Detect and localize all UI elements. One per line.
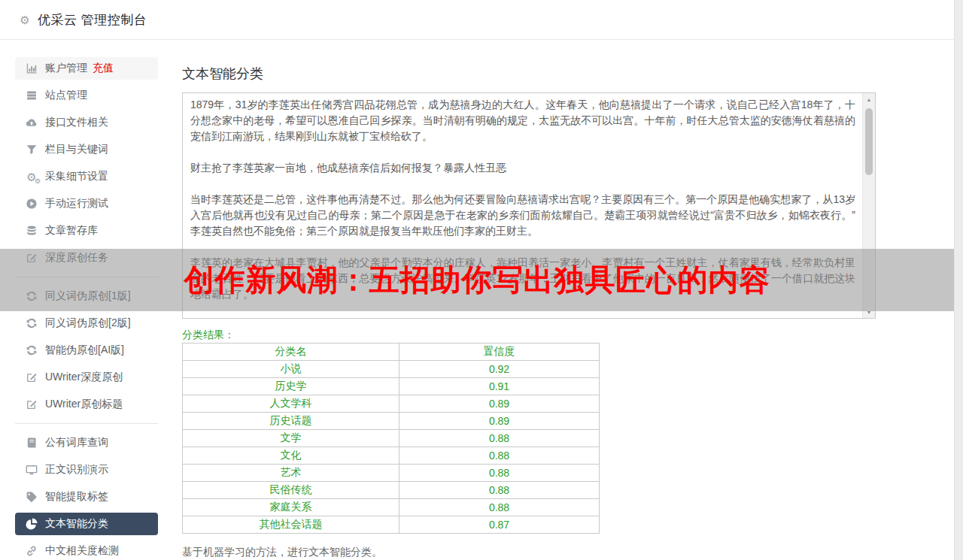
book-icon	[26, 437, 38, 449]
page-scrollbar[interactable]	[954, 0, 963, 560]
confidence-cell: 0.87	[399, 516, 600, 534]
play-circle-icon	[26, 198, 38, 210]
sidebar-item-label: 站点管理	[45, 89, 87, 102]
sidebar-item-public-thesaurus-query[interactable]: 公有词库查询	[15, 431, 158, 454]
table-row: 民俗传统0.88	[183, 482, 600, 499]
app-title: 优采云 管理控制台	[38, 11, 147, 29]
confidence-cell: 0.88	[399, 465, 600, 482]
edit-icon	[26, 398, 38, 410]
confidence-cell: 0.88	[399, 430, 600, 447]
table-row: 人文学科0.89	[183, 395, 600, 413]
filter-icon	[26, 144, 38, 156]
table-row: 其他社会话题0.87	[183, 516, 600, 534]
category-cell: 家庭关系	[183, 499, 399, 516]
textarea-paragraph: 当时李莲英还是二总管，这件事他再清楚不过。那么他为何还要冒险向慈禧请求出宫呢？主…	[190, 192, 855, 239]
app-window: ⚙ 优采云 管理控制台 账户管理充值站点管理接口文件相关栏目与关键词⚙采集细节设…	[0, 0, 963, 560]
sidebar-item-label: 智能伪原创[AI版]	[45, 344, 124, 357]
confidence-cell: 0.88	[399, 447, 600, 465]
sidebar-item-account-management[interactable]: 账户管理充值	[15, 57, 158, 80]
table-header-row: 分类名 置信度	[183, 344, 600, 361]
sidebar-item-synonym-rewrite-v2[interactable]: 同义词伪原创[2版]	[15, 312, 158, 334]
sidebar-item-label: 接口文件相关	[45, 116, 108, 129]
sidebar-item-label: 文章暂存库	[45, 224, 98, 238]
category-cell: 历史学	[183, 378, 399, 395]
refresh-icon	[26, 317, 38, 329]
sidebar-item-label: 智能提取标签	[45, 490, 108, 504]
promo-banner-overlay: 创作新风潮：五招助你写出独具匠心的内容	[0, 249, 954, 311]
pie-chart-icon	[26, 518, 38, 530]
sidebar-item-interface-files[interactable]: 接口文件相关	[15, 111, 158, 134]
textarea-paragraph: 财主抢了李莲英家一亩地，他成慈禧亲信后如何报复？暴露人性丑恶	[190, 160, 855, 176]
category-cell: 人文学科	[183, 395, 399, 413]
database-icon	[26, 225, 38, 237]
tag-icon	[26, 491, 38, 503]
refresh-icon	[26, 344, 38, 356]
result-label: 分类结果：	[182, 328, 235, 342]
category-cell: 艺术	[183, 465, 399, 482]
table-row: 文化0.88	[183, 447, 600, 465]
sidebar-item-label: 文本智能分类	[45, 517, 108, 531]
category-cell: 小说	[183, 361, 399, 378]
server-list-icon	[26, 89, 38, 101]
footnote: 基于机器学习的方法，进行文本智能分类。	[182, 546, 382, 559]
sidebar-item-label: UWriter深度原创	[45, 371, 123, 384]
sidebar-item-label: 正文识别演示	[45, 463, 108, 477]
gear-icon: ⚙	[19, 14, 31, 26]
edit-icon	[26, 371, 38, 383]
sidebar-item-label: 中文相关度检测	[45, 544, 119, 558]
table-row: 艺术0.88	[183, 465, 600, 482]
sidebar-item-text-classification[interactable]: 文本智能分类	[15, 513, 158, 535]
promo-banner-text: 创作新风潮：五招助你写出独具匠心的内容	[184, 259, 770, 301]
classification-table: 分类名 置信度 小说0.92历史学0.91人文学科0.89历史话题0.89文学0…	[182, 343, 600, 534]
sidebar-item-columns-keywords[interactable]: 栏目与关键词	[15, 138, 158, 161]
sidebar-item-uwriter-original-title[interactable]: UWriter原创标题	[15, 393, 158, 416]
sidebar-item-label: 公有词库查询	[45, 436, 108, 450]
chart-bar-icon	[26, 62, 38, 74]
sidebar-item-label: 手动运行测试	[45, 197, 108, 210]
sidebar-item-label: 采集细节设置	[45, 170, 108, 183]
table-row: 历史学0.91	[183, 378, 600, 395]
sidebar-item-label: 同义词伪原创[2版]	[45, 316, 131, 330]
textarea-scrollbar-thumb[interactable]	[865, 108, 873, 175]
confidence-cell: 0.88	[399, 482, 600, 499]
confidence-cell: 0.91	[399, 378, 600, 395]
sidebar-divider	[15, 423, 158, 424]
sidebar-item-collection-detail-settings[interactable]: ⚙采集细节设置	[15, 165, 158, 188]
monitor-icon	[26, 464, 38, 476]
column-header-category: 分类名	[183, 344, 399, 361]
confidence-cell: 0.89	[399, 413, 600, 430]
recharge-badge[interactable]: 充值	[93, 62, 114, 75]
page-title: 文本智能分类	[182, 65, 263, 83]
sidebar-item-chinese-relevance-detection[interactable]: 中文相关度检测	[15, 540, 158, 560]
category-cell: 历史话题	[183, 413, 399, 430]
sidebar-item-label: UWriter原创标题	[45, 398, 123, 411]
confidence-cell: 0.88	[399, 499, 600, 516]
sidebar-item-label: 栏目与关键词	[45, 143, 108, 156]
sidebar-item-uwriter-deep-original[interactable]: UWriter深度原创	[15, 366, 158, 389]
sidebar-item-ai-rewrite[interactable]: 智能伪原创[AI版]	[15, 339, 158, 362]
link-icon	[26, 545, 38, 557]
sidebar-item-label: 账户管理	[45, 62, 87, 75]
category-cell: 文化	[183, 447, 399, 465]
sidebar-item-smart-tag-extraction[interactable]: 智能提取标签	[15, 486, 158, 508]
sidebar-item-article-staging[interactable]: 文章暂存库	[15, 219, 158, 242]
table-row: 文学0.88	[183, 430, 600, 447]
confidence-cell: 0.92	[399, 361, 600, 378]
table-row: 家庭关系0.88	[183, 499, 600, 516]
confidence-cell: 0.89	[399, 395, 600, 413]
table-row: 小说0.92	[183, 361, 600, 378]
sidebar-item-content-recognition-demo[interactable]: 正文识别演示	[15, 459, 158, 481]
cloud-upload-icon	[26, 117, 38, 129]
scroll-up-arrow-icon[interactable]: ▲	[863, 93, 875, 105]
sidebar-item-manual-run-test[interactable]: 手动运行测试	[15, 192, 158, 215]
table-row: 历史话题0.89	[183, 413, 600, 430]
category-cell: 民俗传统	[183, 482, 399, 499]
category-cell: 文学	[183, 430, 399, 447]
category-cell: 其他社会话题	[183, 516, 399, 534]
column-header-confidence: 置信度	[399, 344, 600, 361]
sidebar-item-site-management[interactable]: 站点管理	[15, 84, 158, 107]
gears-icon: ⚙	[26, 171, 38, 183]
textarea-paragraph: 1879年，31岁的李莲英出任储秀宫四品花翎总管，成为慈禧身边的大红人。这年春天…	[190, 97, 855, 144]
